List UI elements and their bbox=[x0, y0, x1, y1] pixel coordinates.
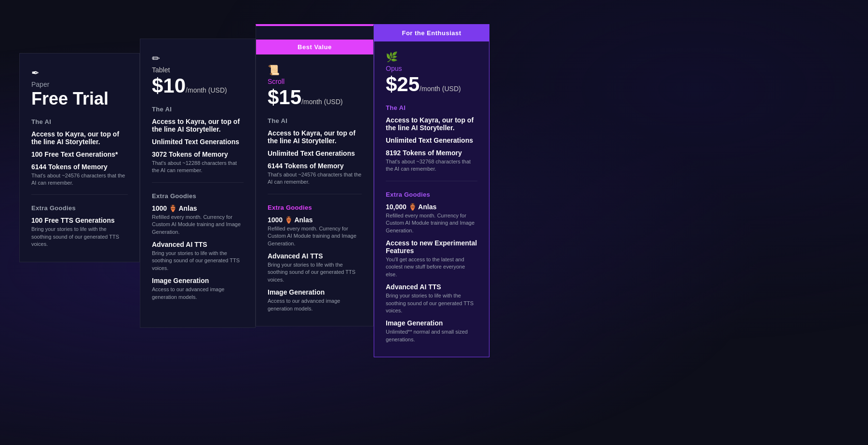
tablet-goodies-2: Image Generation bbox=[152, 277, 244, 284]
tablet-goodies-1: Advanced AI TTS bbox=[152, 241, 244, 248]
opus-memory-desc: That's about ~32768 characters that the … bbox=[386, 158, 477, 173]
scroll-goodies-2: Image Generation bbox=[268, 288, 362, 296]
scroll-goodies-0: 1000 🏺 Anlas bbox=[268, 216, 362, 224]
scroll-icon: 📜 bbox=[268, 64, 362, 76]
opus-icon: 🌿 bbox=[386, 51, 477, 63]
scroll-memory-desc: That's about ~24576 characters that the … bbox=[268, 171, 362, 186]
opus-memory-title: 8192 Tokens of Memory bbox=[386, 149, 477, 157]
scroll-goodies-1: Advanced AI TTS bbox=[268, 252, 362, 260]
opus-banner: For the Enthusiast bbox=[374, 25, 489, 41]
opus-goodies-0-desc: Refilled every month. Currency for Custo… bbox=[386, 212, 477, 234]
tablet-goodies-0: 1000 🏺 Anlas bbox=[152, 204, 244, 212]
paper-price: Free Trial bbox=[31, 89, 128, 108]
tablet-ai-feature-1: Unlimited Text Generations bbox=[152, 138, 244, 146]
paper-goodies-label: Extra Goodies bbox=[31, 204, 128, 212]
paper-ai-feature-0: Access to Kayra, our top of the line AI … bbox=[31, 130, 128, 146]
opus-goodies-0: 10,000 🏺 Anlas bbox=[386, 203, 477, 211]
opus-goodies-2-desc: Bring your stories to life with the soot… bbox=[386, 292, 477, 314]
plan-card-tablet: ✏ Tablet $10/month (USD) The AI Access t… bbox=[140, 39, 256, 328]
tablet-goodies-2-desc: Access to our advanced image generation … bbox=[152, 286, 244, 301]
opus-goodies-1: Access to new Experimental Features bbox=[386, 239, 477, 255]
tablet-ai-label: The AI bbox=[152, 106, 244, 113]
scroll-banner: Best Value bbox=[256, 40, 373, 54]
paper-divider bbox=[31, 194, 128, 195]
opus-ai-feature-0: Access to Kayra, our top of the line AI … bbox=[386, 116, 477, 132]
scroll-goodies-2-desc: Access to our advanced image generation … bbox=[268, 297, 362, 312]
opus-price-row: $25/month (USD) bbox=[386, 74, 477, 94]
scroll-goodies-1-desc: Bring your stories to life with the soot… bbox=[268, 261, 362, 283]
tablet-divider bbox=[152, 182, 244, 183]
paper-ai-label: The AI bbox=[31, 118, 128, 125]
tablet-goodies-1-desc: Bring your stories to life with the soot… bbox=[152, 250, 244, 272]
tablet-plan-name: Tablet bbox=[152, 66, 244, 74]
tablet-price-suffix: /month (USD) bbox=[186, 86, 227, 94]
tablet-goodies-0-desc: Refilled every month. Currency for Custo… bbox=[152, 214, 244, 236]
paper-memory-desc: That's about ~24576 characters that the … bbox=[31, 172, 128, 187]
scroll-goodies-0-desc: Refilled every month. Currency for Custo… bbox=[268, 225, 362, 247]
paper-ai-feature-1: 100 Free Text Generations* bbox=[31, 150, 128, 158]
opus-price: $25 bbox=[386, 73, 420, 95]
plans-container: ✒ Paper Free Trial The AI Access to Kayr… bbox=[19, 0, 849, 357]
paper-goodies-0-desc: Bring your stories to life with the soot… bbox=[31, 226, 128, 248]
page-wrapper: ✒ Paper Free Trial The AI Access to Kayr… bbox=[0, 0, 868, 445]
paper-ai-features: Access to Kayra, our top of the line AI … bbox=[31, 130, 128, 187]
opus-goodies-label: Extra Goodies bbox=[386, 191, 477, 198]
scroll-divider bbox=[268, 194, 362, 194]
opus-goodies-1-desc: You'll get access to the latest and cool… bbox=[386, 256, 477, 278]
tablet-price: $10 bbox=[152, 74, 186, 97]
scroll-ai-feature-0: Access to Kayra, our top of the line AI … bbox=[268, 129, 362, 145]
plan-card-opus: For the Enthusiast 🌿 Opus $25/month (USD… bbox=[374, 24, 489, 357]
scroll-price-suffix: /month (USD) bbox=[301, 98, 343, 106]
scroll-goodies-label: Extra Goodies bbox=[268, 204, 362, 211]
opus-plan-name: Opus bbox=[386, 65, 477, 72]
tablet-ai-feature-0: Access to Kayra, our top of the line AI … bbox=[152, 118, 244, 133]
scroll-plan-name: Scroll bbox=[268, 78, 362, 85]
opus-price-suffix: /month (USD) bbox=[420, 85, 461, 93]
scroll-price-row: $15/month (USD) bbox=[268, 87, 362, 108]
paper-memory-title: 6144 Tokens of Memory bbox=[31, 163, 128, 171]
opus-divider bbox=[386, 181, 477, 181]
opus-ai-feature-1: Unlimited Text Generations bbox=[386, 136, 477, 144]
tablet-icon: ✏ bbox=[152, 53, 244, 64]
plan-card-paper: ✒ Paper Free Trial The AI Access to Kayr… bbox=[19, 53, 140, 262]
opus-goodies-3-desc: Unlimited** normal and small sized gener… bbox=[386, 328, 477, 343]
paper-icon: ✒ bbox=[31, 67, 128, 79]
scroll-memory-title: 6144 Tokens of Memory bbox=[268, 162, 362, 170]
tablet-goodies-label: Extra Goodies bbox=[152, 192, 244, 200]
tablet-memory-title: 3072 Tokens of Memory bbox=[152, 150, 244, 158]
tablet-memory-desc: That's about ~12288 characters that the … bbox=[152, 160, 244, 175]
tablet-price-row: $10/month (USD) bbox=[152, 76, 244, 96]
scroll-price: $15 bbox=[268, 86, 301, 108]
scroll-ai-feature-1: Unlimited Text Generations bbox=[268, 149, 362, 157]
paper-plan-name: Paper bbox=[31, 81, 128, 88]
plan-card-scroll: Best Value 📜 Scroll $15/month (USD) The … bbox=[256, 24, 374, 326]
opus-ai-label: The AI bbox=[386, 104, 477, 111]
opus-goodies-3: Image Generation bbox=[386, 319, 477, 327]
scroll-ai-label: The AI bbox=[268, 117, 362, 124]
opus-goodies-2: Advanced AI TTS bbox=[386, 283, 477, 291]
paper-goodies-0: 100 Free TTS Generations bbox=[31, 216, 128, 224]
